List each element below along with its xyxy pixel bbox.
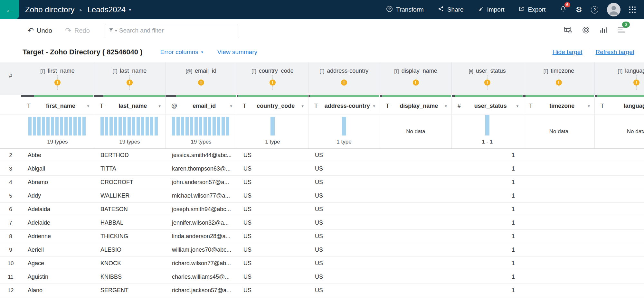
cell-email_id[interactable]: joseph.smith94@abc... (166, 206, 237, 213)
cell-user_status[interactable]: 1 (452, 233, 523, 240)
cell-email_id[interactable]: karen.thompson63@... (166, 165, 237, 172)
chevron-down-icon[interactable]: ▾ (301, 104, 304, 108)
cell-country_code[interactable]: US (237, 274, 308, 280)
cell-address-country[interactable]: US (308, 206, 380, 213)
error-columns-dropdown[interactable]: Error columns ▾ (160, 49, 203, 56)
quality-bar-first_name[interactable] (21, 95, 94, 97)
target-button[interactable] (582, 26, 590, 35)
search-input[interactable] (118, 27, 234, 34)
dataset-chevron-down-icon[interactable]: ▾ (129, 7, 131, 12)
column-warning-icon[interactable]: ! (413, 79, 419, 86)
column-title-email_id[interactable]: @email_id▾ (166, 97, 237, 115)
histogram-country_code[interactable]: 1 type (237, 115, 308, 148)
cell-user_status[interactable]: 1 (452, 287, 523, 294)
column-header-address-country[interactable]: [T]address-country! (308, 62, 380, 95)
quality-bar-language_c[interactable] (595, 95, 644, 97)
histogram-user_status[interactable]: 1 - 1 (452, 115, 523, 148)
column-warning-icon[interactable]: ! (633, 79, 639, 86)
cell-country_code[interactable]: US (237, 165, 308, 172)
redo-button[interactable]: ↷ Redo (65, 27, 90, 34)
cell-address-country[interactable]: US (308, 247, 380, 253)
cell-last_name[interactable]: CROCROFT (94, 179, 166, 186)
applied-steps-button[interactable]: 3 (617, 27, 625, 34)
histogram-email_id[interactable]: 19 types (166, 115, 237, 148)
cell-first_name[interactable]: Abramo (21, 179, 94, 186)
cell-address-country[interactable]: US (308, 179, 380, 186)
column-title-user_status[interactable]: #user_status▾ (452, 97, 523, 115)
cell-user_status[interactable]: 1 (452, 192, 523, 199)
chevron-down-icon[interactable]: ▾ (87, 104, 89, 108)
column-title-language_c[interactable]: Tlanguage_c▾ (595, 97, 644, 115)
cell-email_id[interactable]: richard.jackson57@a... (166, 287, 237, 294)
quality-bar-timezone[interactable] (523, 95, 595, 97)
settings-button[interactable]: ⚙ (575, 6, 582, 14)
dataset-name[interactable]: Leads2024 (87, 5, 126, 14)
cell-country_code[interactable]: US (237, 192, 308, 199)
cell-first_name[interactable]: Adrienne (21, 233, 94, 240)
quality-bar-display_name[interactable] (380, 95, 452, 97)
cell-email_id[interactable]: richard.wilson77@ab... (166, 260, 237, 267)
column-warning-icon[interactable]: ! (484, 79, 490, 86)
cell-first_name[interactable]: Abbe (21, 152, 94, 159)
column-header-timezone[interactable]: [T]timezone! (523, 62, 595, 95)
quality-bar-last_name[interactable] (94, 95, 166, 97)
search-and-filter-box[interactable]: ▾ (105, 24, 238, 37)
chevron-down-icon[interactable]: ▾ (445, 104, 447, 108)
cell-country_code[interactable]: US (237, 219, 308, 226)
cell-last_name[interactable]: KNIBBS (94, 274, 166, 280)
cell-address-country[interactable]: US (308, 165, 380, 172)
cell-email_id[interactable]: jessica.smith44@abc... (166, 152, 237, 159)
hide-target-link[interactable]: Hide target (553, 49, 582, 56)
cell-email_id[interactable]: william.jones70@abc... (166, 247, 237, 253)
column-warning-icon[interactable]: ! (556, 79, 562, 86)
notifications-button[interactable]: 6 (560, 5, 567, 14)
help-button[interactable]: ? (591, 6, 598, 14)
cell-user_status[interactable]: 1 (452, 247, 523, 253)
cell-country_code[interactable]: US (237, 247, 308, 253)
chevron-down-icon[interactable]: ▾ (588, 104, 590, 108)
cell-first_name[interactable]: Aeriell (21, 247, 94, 253)
column-warning-icon[interactable]: ! (198, 79, 204, 86)
cell-country_code[interactable]: US (237, 152, 308, 159)
column-header-last_name[interactable]: [T]last_name! (94, 62, 166, 95)
apps-menu-button[interactable] (629, 6, 636, 13)
column-title-timezone[interactable]: Ttimezone▾ (523, 97, 595, 115)
histogram-timezone[interactable]: No data (523, 115, 595, 148)
cell-last_name[interactable]: ALESIO (94, 247, 166, 253)
column-header-country_code[interactable]: [T]country_code! (237, 62, 308, 95)
cell-email_id[interactable]: jennifer.wilson32@a... (166, 219, 237, 226)
column-title-country_code[interactable]: Tcountry_code▾ (237, 97, 308, 115)
cell-last_name[interactable]: BATESON (94, 206, 166, 213)
import-button[interactable]: Import (478, 6, 505, 14)
cell-last_name[interactable]: KNOCK (94, 260, 166, 267)
histogram-last_name[interactable]: 19 types (94, 115, 166, 148)
cell-address-country[interactable]: US (308, 152, 380, 159)
user-avatar[interactable] (607, 3, 620, 16)
cell-user_status[interactable]: 1 (452, 274, 523, 280)
cell-first_name[interactable]: Adelaida (21, 206, 94, 213)
quality-bar-country_code[interactable] (237, 95, 308, 97)
cell-last_name[interactable]: TITTA (94, 165, 166, 172)
cell-country_code[interactable]: US (237, 233, 308, 240)
cell-address-country[interactable]: US (308, 219, 380, 226)
cell-first_name[interactable]: Alano (21, 287, 94, 294)
column-warning-icon[interactable]: ! (341, 79, 347, 86)
cell-user_status[interactable]: 1 (452, 179, 523, 186)
quality-bar-email_id[interactable] (166, 95, 237, 97)
chevron-down-icon[interactable]: ▾ (230, 104, 232, 108)
refresh-target-link[interactable]: Refresh target (596, 49, 634, 56)
cell-address-country[interactable]: US (308, 260, 380, 267)
quality-bar-address-country[interactable] (308, 95, 380, 97)
cell-last_name[interactable]: WALLIKER (94, 192, 166, 199)
cell-email_id[interactable]: linda.anderson28@a... (166, 233, 237, 240)
cell-country_code[interactable]: US (237, 179, 308, 186)
column-header-email_id[interactable]: [@]email_id! (166, 62, 237, 95)
cell-first_name[interactable]: Adelaide (21, 219, 94, 226)
cell-email_id[interactable]: charles.williams45@... (166, 274, 237, 280)
cell-address-country[interactable]: US (308, 192, 380, 199)
metrics-button[interactable] (600, 26, 607, 35)
column-title-first_name[interactable]: Tfirst_name▾ (21, 97, 94, 115)
histogram-address-country[interactable]: 1 type (308, 115, 380, 148)
cell-email_id[interactable]: john.anderson57@a... (166, 179, 237, 186)
chevron-down-icon[interactable]: ▾ (158, 104, 161, 108)
